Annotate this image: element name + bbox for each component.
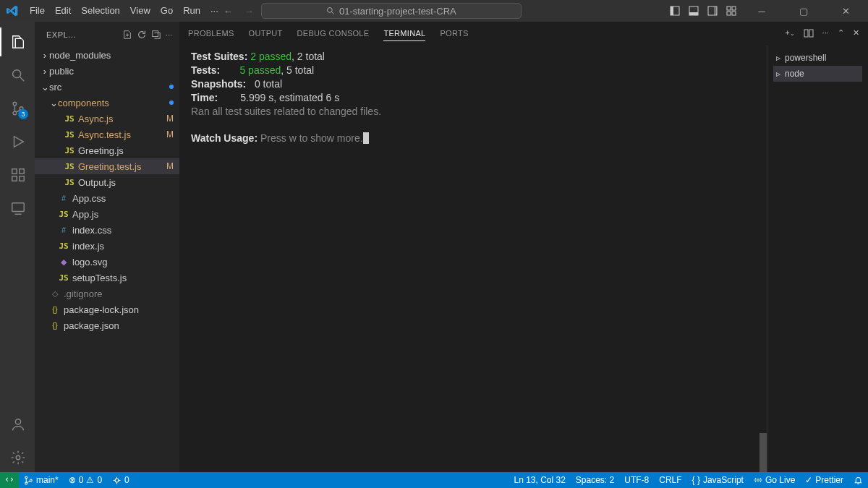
folder-public[interactable]: ›public — [35, 63, 179, 79]
svg-rect-27 — [809, 30, 813, 37]
svg-rect-11 — [732, 12, 736, 15]
customize-layout-icon[interactable] — [726, 6, 736, 16]
file-output-js[interactable]: JSOutput.js — [35, 174, 179, 190]
file-package-json[interactable]: {}package.json — [35, 317, 179, 333]
file-gitignore[interactable]: ◇.gitignore — [35, 286, 179, 301]
explorer-icon[interactable] — [0, 27, 35, 56]
new-terminal-icon[interactable]: +⌄ — [785, 28, 794, 38]
menu-view[interactable]: View — [125, 0, 156, 22]
layout-panel-icon[interactable] — [689, 6, 699, 16]
status-encoding[interactable]: UTF-8 — [619, 472, 654, 488]
status-spaces[interactable]: Spaces: 2 — [571, 472, 619, 488]
remote-explorer-icon[interactable] — [0, 194, 35, 223]
close-panel-icon[interactable]: ✕ — [853, 28, 859, 38]
window-minimize-icon[interactable]: ─ — [745, 0, 778, 22]
tab-terminal[interactable]: TERMINAL — [383, 26, 425, 41]
menu-selection[interactable]: Selection — [76, 0, 124, 22]
svg-line-13 — [20, 77, 25, 82]
more-icon[interactable]: ··· — [166, 30, 172, 39]
search-icon[interactable] — [0, 61, 35, 90]
status-language[interactable]: { }JavaScript — [687, 472, 749, 488]
status-bell-icon[interactable] — [848, 472, 868, 488]
terminal-powershell[interactable]: ▹powershell — [773, 50, 862, 66]
tab-debug-console[interactable]: DEBUG CONSOLE — [297, 26, 370, 40]
status-problems[interactable]: ⊗0⚠0 — [64, 472, 107, 488]
status-eol[interactable]: CRLF — [654, 472, 686, 488]
svg-point-24 — [16, 455, 20, 460]
svg-rect-5 — [689, 12, 698, 15]
file-async-js[interactable]: JSAsync.jsM — [35, 111, 179, 127]
file-greeting-test-js[interactable]: JSGreeting.test.jsM — [35, 158, 179, 174]
svg-point-31 — [115, 479, 119, 482]
source-control-icon[interactable]: 3 — [0, 94, 35, 123]
main-menu: File Edit Selection View Go Run ··· — [25, 0, 224, 22]
svg-rect-18 — [12, 176, 17, 181]
more-actions-icon[interactable]: ··· — [822, 28, 829, 38]
settings-icon[interactable] — [0, 443, 35, 472]
window-maximize-icon[interactable]: ▢ — [787, 0, 820, 22]
terminal-output[interactable]: Test Suites: 2 passed, 2 total Tests: 5 … — [179, 46, 760, 472]
menu-more[interactable]: ··· — [205, 0, 224, 22]
maximize-panel-icon[interactable]: ⌃ — [838, 28, 844, 38]
file-tree: ›node_modules ›public ⌄src ⌄components J… — [35, 47, 179, 472]
svg-rect-20 — [20, 169, 24, 174]
new-file-icon[interactable] — [122, 30, 132, 40]
svg-rect-8 — [727, 7, 731, 10]
file-setuptests-js[interactable]: JSsetupTests.js — [35, 270, 179, 286]
file-index-css[interactable]: #index.css — [35, 222, 179, 238]
menu-edit[interactable]: Edit — [50, 0, 76, 22]
svg-point-0 — [327, 8, 332, 13]
menu-go[interactable]: Go — [156, 0, 178, 22]
layout-sidebar-right-icon[interactable] — [707, 6, 718, 16]
command-center-text: 01-starting-project-test-CRA — [339, 6, 456, 17]
menu-run[interactable]: Run — [178, 0, 205, 22]
svg-rect-21 — [12, 203, 25, 212]
tab-problems[interactable]: PROBLEMS — [188, 26, 234, 40]
svg-point-15 — [13, 111, 17, 115]
status-cursor[interactable]: Ln 13, Col 32 — [509, 472, 570, 488]
file-app-css[interactable]: #App.css — [35, 190, 179, 206]
activity-bar: 3 — [0, 22, 35, 472]
svg-rect-26 — [804, 30, 808, 37]
svg-point-29 — [25, 482, 27, 484]
nav-back-icon[interactable]: ← — [224, 6, 233, 17]
scm-badge: 3 — [18, 109, 28, 119]
folder-components[interactable]: ⌄components — [35, 95, 179, 111]
svg-rect-7 — [714, 7, 717, 15]
collapse-icon[interactable] — [151, 30, 161, 40]
file-logo-svg[interactable]: ◆logo.svg — [35, 254, 179, 270]
file-app-js[interactable]: JSApp.js — [35, 206, 179, 222]
status-ports[interactable]: 0 — [107, 472, 135, 488]
status-bar: main* ⊗0⚠0 0 Ln 13, Col 32 Spaces: 2 UTF… — [0, 472, 868, 488]
file-greeting-js[interactable]: JSGreeting.js — [35, 142, 179, 158]
file-package-lock[interactable]: {}package-lock.json — [35, 301, 179, 317]
command-center[interactable]: 01-starting-project-test-CRA — [261, 3, 522, 19]
split-terminal-icon[interactable] — [804, 28, 814, 38]
terminal-list: ▹powershell ▹node — [767, 46, 868, 472]
window-close-icon[interactable]: ✕ — [829, 0, 862, 22]
tab-output[interactable]: OUTPUT — [249, 26, 283, 40]
menu-file[interactable]: File — [25, 0, 50, 22]
svg-rect-3 — [671, 7, 673, 15]
svg-rect-17 — [12, 169, 17, 174]
refresh-icon[interactable] — [137, 30, 147, 40]
search-icon — [326, 7, 335, 15]
nav-forward-icon[interactable]: → — [244, 6, 254, 17]
layout-sidebar-left-icon[interactable] — [670, 6, 680, 16]
file-index-js[interactable]: JSindex.js — [35, 238, 179, 254]
status-prettier[interactable]: ✓Prettier — [800, 472, 848, 488]
status-golive[interactable]: Go Live — [749, 472, 800, 488]
sidebar-title: EXPL... — [46, 30, 118, 39]
svg-point-12 — [13, 70, 21, 78]
remote-indicator[interactable] — [0, 472, 19, 488]
folder-src[interactable]: ⌄src — [35, 79, 179, 95]
run-debug-icon[interactable] — [0, 127, 35, 156]
status-branch[interactable]: main* — [19, 472, 64, 488]
extensions-icon[interactable] — [0, 160, 35, 189]
terminal-node[interactable]: ▹node — [773, 66, 862, 82]
file-async-test-js[interactable]: JSAsync.test.jsM — [35, 127, 179, 142]
accounts-icon[interactable] — [0, 410, 35, 439]
tab-ports[interactable]: PORTS — [440, 26, 468, 40]
terminal-scrollbar[interactable] — [760, 46, 767, 472]
folder-node-modules[interactable]: ›node_modules — [35, 47, 179, 63]
